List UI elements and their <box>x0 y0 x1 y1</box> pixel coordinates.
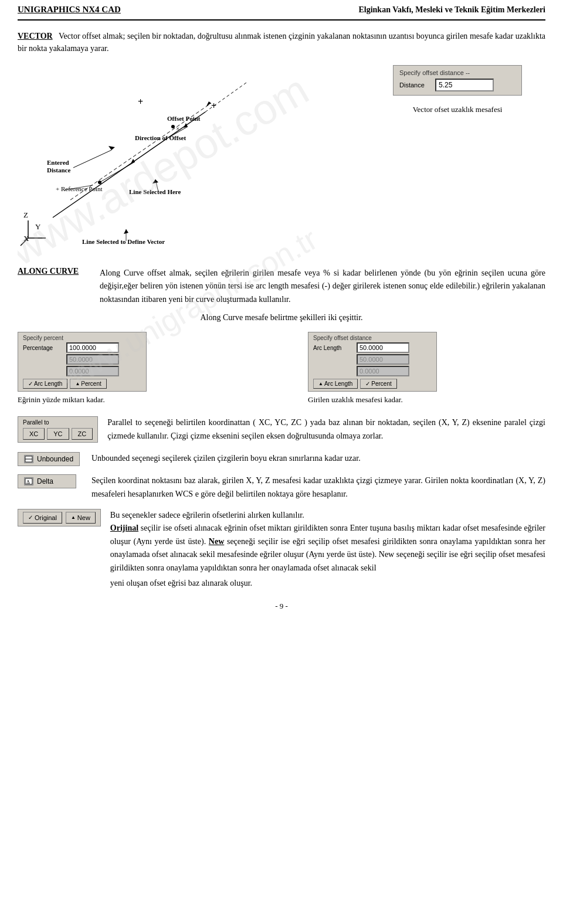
unbounded-section: Unbounded Unbounded seçenegi seçilerek ç… <box>18 452 545 466</box>
svg-text:Line Selected Here: Line Selected Here <box>129 188 181 195</box>
dialog-title: Specify offset distance -- <box>399 69 515 76</box>
vector-label: VECTOR <box>18 32 53 40</box>
along-form-arclength: Specify offset distance Arc Length 50.00… <box>308 332 545 405</box>
parallel-title: Parallel to <box>23 419 93 426</box>
vector-paragraph: VECTOR Vector offset almak; seçilen bir … <box>18 30 545 55</box>
delta-text: Seçilen koordinat noktasını baz alarak, … <box>91 474 545 501</box>
along-curve-header: ALONG CURVE Along Curve offset almak, se… <box>18 267 545 306</box>
svg-text:Entered: Entered <box>47 159 69 166</box>
diagram-caption: Vector ofset uzaklık mesafesi <box>413 105 503 114</box>
svg-text:Δ: Δ <box>26 479 30 485</box>
percent-buttons: ✓ Arc Length ▲ Percent <box>23 379 141 389</box>
diagram-right: Specify offset distance -- Distance 5.25… <box>369 65 545 114</box>
dialog-distance-input[interactable]: 5.25 <box>435 79 494 91</box>
arclength-dialog-row1: Arc Length 50.0000 <box>313 342 432 353</box>
checkmark-icon2: ✓ <box>365 381 370 387</box>
percent-btn-label: Percent <box>81 381 101 387</box>
new-button[interactable]: ▲ New <box>66 512 96 524</box>
svg-text:Z: Z <box>23 210 28 219</box>
svg-marker-22 <box>206 101 211 106</box>
unbounded-label: Unbounded <box>37 455 73 463</box>
vector-section: VECTOR Vector offset almak; seçilen bir … <box>18 30 545 55</box>
along-curve-section: ALONG CURVE Along Curve offset almak, se… <box>18 267 545 405</box>
svg-text:Direction of Offset: Direction of Offset <box>135 134 186 141</box>
vector-diagram: Z Y X + Reference Point <box>18 65 264 253</box>
svg-marker-27 <box>152 179 158 184</box>
parallel-section: Parallel to XC YC ZC Parallel to seçeneğ… <box>18 416 545 443</box>
unbounded-button-container: Unbounded <box>18 452 82 466</box>
svg-marker-14 <box>108 146 115 150</box>
original-text-block: Bu seçenekler sadece eğrilerin ofsetleri… <box>110 509 545 590</box>
percent-caption: Eğrinin yüzde miktarı kadar. <box>18 395 105 405</box>
page-header: UNIGRAPHICS NX4 CAD Elginkan Vakfı, Mesl… <box>18 0 545 21</box>
arclength-value3[interactable]: 0.0000 <box>357 366 409 376</box>
svg-line-13 <box>73 150 111 168</box>
percent-percent-btn[interactable]: ▲ Percent <box>70 379 106 389</box>
parallel-text: Parallel to seçeneği belirtilen koordina… <box>107 416 545 443</box>
svg-text:+: + <box>138 97 143 107</box>
percent-arc-length-btn[interactable]: ✓ Arc Length <box>23 379 67 389</box>
vector-text: Vector offset almak; seçilen bir noktada… <box>18 32 545 53</box>
xc-button[interactable]: XC <box>23 428 45 440</box>
offset-distance-dialog: Specify offset distance -- Distance 5.25 <box>393 65 522 96</box>
diagram-area: Z Y X + Reference Point <box>18 65 545 255</box>
delta-button[interactable]: Δ Delta <box>18 474 76 488</box>
original-section: ✓ Original ▲ New Bu seçenekler sadece eğ… <box>18 509 545 590</box>
diagram-left: Z Y X + Reference Point <box>18 65 264 255</box>
page-number: - 9 - <box>275 602 288 610</box>
percent-label: Percentage <box>23 345 64 351</box>
original-dialog: ✓ Original ▲ New <box>18 509 101 526</box>
original-bold1: Orijinal <box>110 524 138 532</box>
svg-text:+ Reference Point: + Reference Point <box>56 185 103 192</box>
arclength-percent-btn[interactable]: ✓ Percent <box>360 379 396 389</box>
arclength-caption: Girilen uzaklık mesafesi kadar. <box>308 395 403 405</box>
original-dialog-container: ✓ Original ▲ New <box>18 509 101 526</box>
main-content: VECTOR Vector offset almak; seçilen bir … <box>18 30 545 611</box>
delta-section: Δ Delta Seçilen koordinat noktasını baz … <box>18 474 545 501</box>
along-curve-title: ALONG CURVE <box>18 267 94 276</box>
arclength-arc-length-btn[interactable]: ▲ Arc Length <box>313 379 358 389</box>
header-left-title: UNIGRAPHICS NX4 CAD <box>18 5 121 15</box>
svg-text:Y: Y <box>35 222 41 231</box>
unbounded-button[interactable]: Unbounded <box>18 452 80 466</box>
zc-button[interactable]: ZC <box>72 428 93 440</box>
header-right-title: Elginkan Vakfı, Mesleki ve Teknik Eğitim… <box>358 5 545 15</box>
checkmark-original: ✓ <box>28 514 33 521</box>
arclength-value1[interactable]: 50.0000 <box>357 342 409 353</box>
percent-dialog-row3: 0.0000 <box>23 366 141 376</box>
arclength-dialog: Specify offset distance Arc Length 50.00… <box>308 332 437 392</box>
original-button[interactable]: ✓ Original <box>23 512 62 524</box>
percent-dialog-title: Specify percent <box>23 335 141 341</box>
original-para2: yeni oluşan ofset eğrisi baz alınarak ol… <box>110 577 545 590</box>
percent-value2[interactable]: 50.0000 <box>66 354 119 365</box>
original-label: Original <box>35 514 57 521</box>
along-form-percent: Specify percent Percentage 100.0000 50.0… <box>18 332 255 405</box>
unbounded-text: Unbounded seçenegi seçilerek çizilen çiz… <box>91 452 545 465</box>
original-text4: yeni oluşan ofset eğrisi baz alınarak ol… <box>110 579 252 587</box>
arclength-buttons: ▲ Arc Length ✓ Percent <box>313 379 432 389</box>
parallel-dialog: Parallel to XC YC ZC <box>18 416 98 443</box>
arclength-label: Arc Length <box>313 345 354 351</box>
dialog-row: Distance 5.25 <box>399 79 515 91</box>
svg-point-15 <box>171 125 175 128</box>
dialog-distance-label: Distance <box>399 81 432 89</box>
svg-marker-30 <box>124 229 128 234</box>
delta-label: Delta <box>37 477 53 485</box>
percent-dialog: Specify percent Percentage 100.0000 50.0… <box>18 332 147 392</box>
arclength-arc-label: Arc Length <box>324 381 352 387</box>
arrow-up-icon: ▲ <box>75 381 80 386</box>
arclength-value2[interactable]: 50.0000 <box>357 354 409 365</box>
yc-button[interactable]: YC <box>47 428 69 440</box>
forms-caption: Along Curve mesafe belirtme şekilleri ik… <box>18 313 545 322</box>
percent-dialog-row1: Percentage 100.0000 <box>23 342 141 353</box>
svg-text:Distance: Distance <box>47 167 70 174</box>
delta-icon: Δ <box>24 477 33 485</box>
svg-text:Offset Point: Offset Point <box>167 115 201 122</box>
arc-length-label: Arc Length <box>34 381 62 387</box>
percent-value1[interactable]: 100.0000 <box>66 342 119 353</box>
footer: - 9 - <box>18 602 545 611</box>
delta-svg-icon: Δ <box>25 478 33 485</box>
along-curve-forms: Specify percent Percentage 100.0000 50.0… <box>18 332 545 405</box>
percent-value3[interactable]: 0.0000 <box>66 366 119 376</box>
original-para1: Bu seçenekler sadece eğrilerin ofsetleri… <box>110 509 545 575</box>
